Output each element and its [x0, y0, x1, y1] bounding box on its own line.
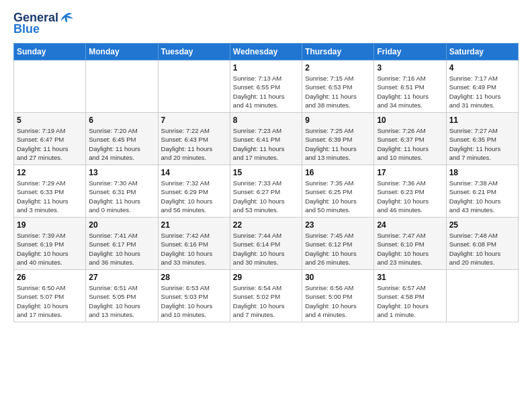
calendar-cell: 11Sunrise: 7:27 AM Sunset: 6:35 PM Dayli…	[446, 113, 518, 165]
day-number: 5	[17, 116, 83, 125]
day-info: Sunrise: 7:47 AM Sunset: 6:10 PM Dayligh…	[377, 231, 443, 267]
day-info: Sunrise: 7:20 AM Sunset: 6:45 PM Dayligh…	[89, 126, 154, 162]
day-info: Sunrise: 7:26 AM Sunset: 6:37 PM Dayligh…	[377, 126, 443, 162]
calendar-cell: 13Sunrise: 7:30 AM Sunset: 6:31 PM Dayli…	[86, 165, 158, 218]
day-info: Sunrise: 6:54 AM Sunset: 5:02 PM Dayligh…	[233, 283, 299, 319]
page-header: General Blue	[13, 11, 519, 36]
day-info: Sunrise: 7:16 AM Sunset: 6:51 PM Dayligh…	[377, 74, 443, 109]
weekday-header-thursday: Thursday	[302, 44, 374, 60]
day-info: Sunrise: 7:23 AM Sunset: 6:41 PM Dayligh…	[233, 126, 299, 162]
calendar-cell	[86, 60, 158, 113]
day-info: Sunrise: 7:48 AM Sunset: 6:08 PM Dayligh…	[449, 231, 515, 267]
day-number: 6	[89, 116, 154, 125]
day-number: 11	[449, 116, 515, 125]
day-number: 15	[233, 168, 299, 177]
day-info: Sunrise: 7:38 AM Sunset: 6:21 PM Dayligh…	[449, 179, 515, 214]
logo-bird-icon	[60, 12, 75, 24]
weekday-header-friday: Friday	[374, 44, 446, 60]
day-number: 7	[161, 116, 227, 125]
calendar-cell	[446, 270, 518, 322]
day-number: 24	[377, 220, 443, 230]
day-info: Sunrise: 7:39 AM Sunset: 6:19 PM Dayligh…	[17, 231, 83, 267]
calendar-cell	[14, 60, 86, 113]
day-info: Sunrise: 7:41 AM Sunset: 6:17 PM Dayligh…	[89, 231, 154, 267]
day-number: 18	[449, 168, 515, 177]
day-number: 20	[89, 220, 154, 230]
calendar-table: SundayMondayTuesdayWednesdayThursdayFrid…	[13, 43, 519, 322]
day-number: 30	[305, 273, 371, 282]
day-info: Sunrise: 6:50 AM Sunset: 5:07 PM Dayligh…	[17, 283, 83, 319]
day-info: Sunrise: 7:13 AM Sunset: 6:55 PM Dayligh…	[233, 74, 299, 109]
weekday-header-wednesday: Wednesday	[230, 44, 302, 60]
day-info: Sunrise: 7:35 AM Sunset: 6:25 PM Dayligh…	[305, 179, 371, 214]
calendar-cell: 5Sunrise: 7:19 AM Sunset: 6:47 PM Daylig…	[14, 113, 86, 165]
calendar-cell: 17Sunrise: 7:36 AM Sunset: 6:23 PM Dayli…	[374, 165, 446, 218]
calendar-cell: 4Sunrise: 7:17 AM Sunset: 6:49 PM Daylig…	[446, 60, 518, 113]
weekday-header-saturday: Saturday	[446, 44, 518, 60]
weekday-header-tuesday: Tuesday	[158, 44, 230, 60]
calendar-cell: 20Sunrise: 7:41 AM Sunset: 6:17 PM Dayli…	[86, 218, 158, 270]
day-number: 14	[161, 168, 227, 177]
calendar-week-3: 12Sunrise: 7:29 AM Sunset: 6:33 PM Dayli…	[14, 165, 519, 218]
calendar-cell: 1Sunrise: 7:13 AM Sunset: 6:55 PM Daylig…	[230, 60, 302, 113]
calendar-cell: 14Sunrise: 7:32 AM Sunset: 6:29 PM Dayli…	[158, 165, 230, 218]
day-number: 16	[305, 168, 371, 177]
logo: General Blue	[13, 11, 75, 36]
day-info: Sunrise: 7:42 AM Sunset: 6:16 PM Dayligh…	[161, 231, 227, 267]
day-number: 10	[377, 116, 443, 125]
day-number: 9	[305, 116, 371, 125]
day-number: 4	[449, 63, 515, 73]
calendar-week-4: 19Sunrise: 7:39 AM Sunset: 6:19 PM Dayli…	[14, 218, 519, 270]
day-number: 28	[161, 273, 227, 282]
weekday-header-monday: Monday	[86, 44, 158, 60]
day-number: 2	[305, 63, 371, 73]
calendar-cell: 6Sunrise: 7:20 AM Sunset: 6:45 PM Daylig…	[86, 113, 158, 165]
day-info: Sunrise: 7:15 AM Sunset: 6:53 PM Dayligh…	[305, 74, 371, 109]
day-number: 13	[89, 168, 154, 177]
day-info: Sunrise: 7:25 AM Sunset: 6:39 PM Dayligh…	[305, 126, 371, 162]
calendar-cell: 30Sunrise: 6:56 AM Sunset: 5:00 PM Dayli…	[302, 270, 374, 322]
calendar-cell: 16Sunrise: 7:35 AM Sunset: 6:25 PM Dayli…	[302, 165, 374, 218]
calendar-cell: 24Sunrise: 7:47 AM Sunset: 6:10 PM Dayli…	[374, 218, 446, 270]
day-number: 3	[377, 63, 443, 73]
calendar-cell: 23Sunrise: 7:45 AM Sunset: 6:12 PM Dayli…	[302, 218, 374, 270]
calendar-week-2: 5Sunrise: 7:19 AM Sunset: 6:47 PM Daylig…	[14, 113, 519, 165]
day-info: Sunrise: 6:56 AM Sunset: 5:00 PM Dayligh…	[305, 283, 371, 319]
day-info: Sunrise: 7:29 AM Sunset: 6:33 PM Dayligh…	[17, 179, 83, 214]
day-info: Sunrise: 7:17 AM Sunset: 6:49 PM Dayligh…	[449, 74, 515, 109]
day-number: 26	[17, 273, 83, 282]
calendar-cell: 29Sunrise: 6:54 AM Sunset: 5:02 PM Dayli…	[230, 270, 302, 322]
calendar-cell: 10Sunrise: 7:26 AM Sunset: 6:37 PM Dayli…	[374, 113, 446, 165]
calendar-cell: 15Sunrise: 7:33 AM Sunset: 6:27 PM Dayli…	[230, 165, 302, 218]
day-number: 25	[449, 220, 515, 230]
day-info: Sunrise: 7:27 AM Sunset: 6:35 PM Dayligh…	[449, 126, 515, 162]
calendar-cell: 21Sunrise: 7:42 AM Sunset: 6:16 PM Dayli…	[158, 218, 230, 270]
calendar-cell: 31Sunrise: 6:57 AM Sunset: 4:58 PM Dayli…	[374, 270, 446, 322]
day-info: Sunrise: 7:45 AM Sunset: 6:12 PM Dayligh…	[305, 231, 371, 267]
day-number: 22	[233, 220, 299, 230]
calendar-week-5: 26Sunrise: 6:50 AM Sunset: 5:07 PM Dayli…	[14, 270, 519, 322]
day-number: 19	[17, 220, 83, 230]
day-number: 27	[89, 273, 154, 282]
calendar-cell: 2Sunrise: 7:15 AM Sunset: 6:53 PM Daylig…	[302, 60, 374, 113]
calendar-cell: 3Sunrise: 7:16 AM Sunset: 6:51 PM Daylig…	[374, 60, 446, 113]
calendar-cell: 26Sunrise: 6:50 AM Sunset: 5:07 PM Dayli…	[14, 270, 86, 322]
calendar-cell: 12Sunrise: 7:29 AM Sunset: 6:33 PM Dayli…	[14, 165, 86, 218]
weekday-header-sunday: Sunday	[14, 44, 86, 60]
day-number: 29	[233, 273, 299, 282]
day-info: Sunrise: 6:53 AM Sunset: 5:03 PM Dayligh…	[161, 283, 227, 319]
day-info: Sunrise: 6:57 AM Sunset: 4:58 PM Dayligh…	[377, 283, 443, 319]
calendar-cell: 25Sunrise: 7:48 AM Sunset: 6:08 PM Dayli…	[446, 218, 518, 270]
day-number: 17	[377, 168, 443, 177]
day-number: 12	[17, 168, 83, 177]
weekday-header-row: SundayMondayTuesdayWednesdayThursdayFrid…	[14, 44, 519, 60]
day-number: 21	[161, 220, 227, 230]
day-info: Sunrise: 7:19 AM Sunset: 6:47 PM Dayligh…	[17, 126, 83, 162]
day-number: 1	[233, 63, 299, 73]
day-info: Sunrise: 7:30 AM Sunset: 6:31 PM Dayligh…	[89, 179, 154, 214]
day-info: Sunrise: 6:51 AM Sunset: 5:05 PM Dayligh…	[89, 283, 154, 319]
day-info: Sunrise: 7:36 AM Sunset: 6:23 PM Dayligh…	[377, 179, 443, 214]
calendar-cell: 27Sunrise: 6:51 AM Sunset: 5:05 PM Dayli…	[86, 270, 158, 322]
calendar-cell	[158, 60, 230, 113]
calendar-cell: 18Sunrise: 7:38 AM Sunset: 6:21 PM Dayli…	[446, 165, 518, 218]
